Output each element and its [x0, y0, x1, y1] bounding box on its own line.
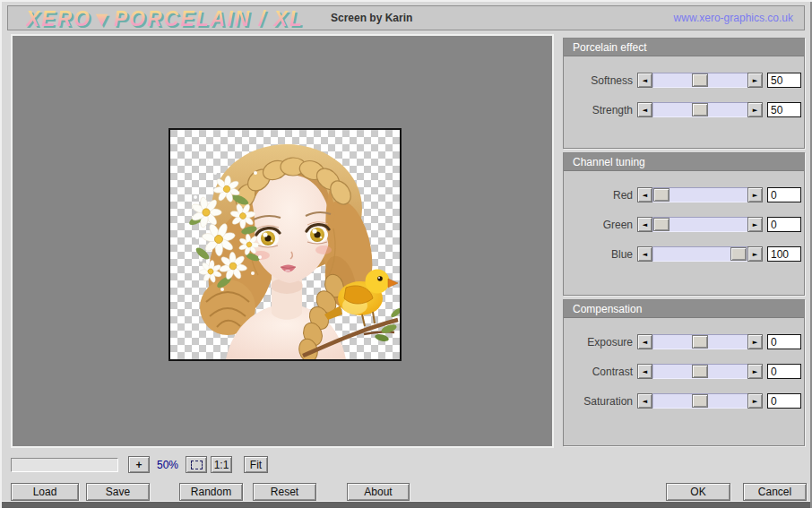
slider-left-arrow[interactable]: ◄: [637, 217, 652, 232]
group-header: Channel tuning: [564, 153, 804, 171]
slider-thumb[interactable]: [730, 247, 747, 261]
group-channel-tuning: Channel tuning Red ◄ ► Green ◄ ►: [563, 152, 805, 296]
slider-label: Contrast: [564, 366, 633, 378]
slider-thumb[interactable]: [692, 73, 708, 87]
slider-thumb[interactable]: [692, 103, 708, 116]
slider-value-input[interactable]: [767, 393, 801, 409]
slider-thumb[interactable]: [692, 394, 708, 408]
preview-image[interactable]: [168, 128, 402, 361]
slider-label: Green: [564, 219, 633, 231]
slider-right-arrow[interactable]: ►: [747, 246, 763, 262]
slider-row-red: Red ◄ ►: [564, 180, 804, 210]
slider-row-softness: Softness ◄ ►: [564, 65, 804, 95]
title-bar: XERO▼PORCELAIN / XL XERO▼PORCELAIN / XL …: [7, 5, 805, 30]
slider-thumb[interactable]: [653, 188, 669, 202]
random-button[interactable]: Random: [179, 483, 243, 501]
preview-area[interactable]: [11, 34, 554, 448]
slider-left-arrow[interactable]: ◄: [637, 334, 652, 349]
dashed-selection-icon: [191, 461, 203, 469]
slider-right-arrow[interactable]: ►: [747, 102, 763, 117]
slider-track[interactable]: [652, 73, 747, 88]
slider-thumb[interactable]: [692, 365, 708, 378]
reset-button[interactable]: Reset: [253, 483, 316, 501]
slider-right-arrow[interactable]: ►: [747, 217, 763, 232]
group-compensation: Compensation Exposure ◄ ► Contrast ◄ ►: [563, 299, 805, 446]
portrait-illustration: [170, 130, 400, 359]
slider-track[interactable]: [652, 187, 747, 202]
plugin-logo-text: XERO▼PORCELAIN / XL: [26, 7, 304, 30]
credit-text: Screen by Karin: [331, 6, 412, 30]
save-button[interactable]: Save: [86, 483, 150, 501]
slider-label: Softness: [564, 74, 633, 87]
slider-right-arrow[interactable]: ►: [747, 187, 763, 202]
slider-track[interactable]: [652, 364, 747, 379]
xero-porcelain-plugin-window: XERO▼PORCELAIN / XL XERO▼PORCELAIN / XL …: [0, 0, 812, 508]
slider-value-input[interactable]: [767, 102, 801, 117]
slider-value-input[interactable]: [767, 246, 801, 262]
ok-button[interactable]: OK: [666, 483, 730, 501]
slider-track[interactable]: [652, 393, 747, 409]
slider-label: Blue: [564, 248, 633, 261]
group-header: Compensation: [564, 300, 804, 318]
slider-track[interactable]: [652, 246, 747, 262]
zoom-level-display: 50%: [152, 456, 183, 473]
slider-row-saturation: Saturation ◄ ►: [564, 386, 804, 416]
fit-button[interactable]: Fit: [244, 456, 268, 473]
slider-track[interactable]: [652, 217, 747, 232]
marquee-zoom-button[interactable]: [186, 456, 207, 473]
slider-label: Exposure: [564, 336, 633, 349]
slider-left-arrow[interactable]: ◄: [637, 102, 652, 117]
slider-row-exposure: Exposure ◄ ►: [564, 327, 804, 357]
slider-value-input[interactable]: [767, 364, 801, 379]
status-field[interactable]: [11, 458, 118, 472]
slider-left-arrow[interactable]: ◄: [637, 364, 652, 379]
slider-right-arrow[interactable]: ►: [747, 73, 763, 88]
slider-right-arrow[interactable]: ►: [747, 364, 763, 379]
slider-value-input[interactable]: [767, 334, 801, 349]
group-porcelain-effect: Porcelain effect Softness ◄ ► Strength ◄…: [563, 38, 805, 149]
slider-label: Saturation: [564, 395, 633, 408]
slider-row-blue: Blue ◄ ►: [564, 239, 804, 269]
slider-left-arrow[interactable]: ◄: [637, 246, 652, 262]
slider-track[interactable]: [652, 102, 747, 117]
slider-left-arrow[interactable]: ◄: [637, 73, 652, 88]
actual-size-button[interactable]: 1:1: [211, 456, 232, 473]
plugin-logo: XERO▼PORCELAIN / XL XERO▼PORCELAIN / XL: [26, 7, 335, 30]
slider-label: Red: [564, 189, 633, 202]
load-button[interactable]: Load: [11, 483, 79, 501]
slider-track[interactable]: [652, 334, 747, 349]
cancel-button[interactable]: Cancel: [743, 483, 807, 501]
slider-row-green: Green ◄ ►: [564, 210, 804, 239]
group-header: Porcelain effect: [564, 39, 804, 56]
slider-label: Strength: [564, 104, 633, 116]
about-button[interactable]: About: [347, 483, 410, 501]
slider-row-contrast: Contrast ◄ ►: [564, 357, 804, 386]
slider-left-arrow[interactable]: ◄: [637, 187, 652, 202]
website-link[interactable]: www.xero-graphics.co.uk: [674, 6, 793, 30]
slider-right-arrow[interactable]: ►: [747, 393, 763, 409]
zoom-out-button[interactable]: +: [128, 456, 150, 473]
slider-value-input[interactable]: [767, 217, 801, 232]
slider-row-strength: Strength ◄ ►: [564, 95, 804, 125]
slider-left-arrow[interactable]: ◄: [637, 393, 652, 409]
slider-value-input[interactable]: [767, 187, 801, 202]
slider-right-arrow[interactable]: ►: [747, 334, 763, 349]
slider-thumb[interactable]: [692, 335, 708, 349]
slider-thumb[interactable]: [653, 218, 669, 231]
slider-value-input[interactable]: [767, 73, 801, 88]
